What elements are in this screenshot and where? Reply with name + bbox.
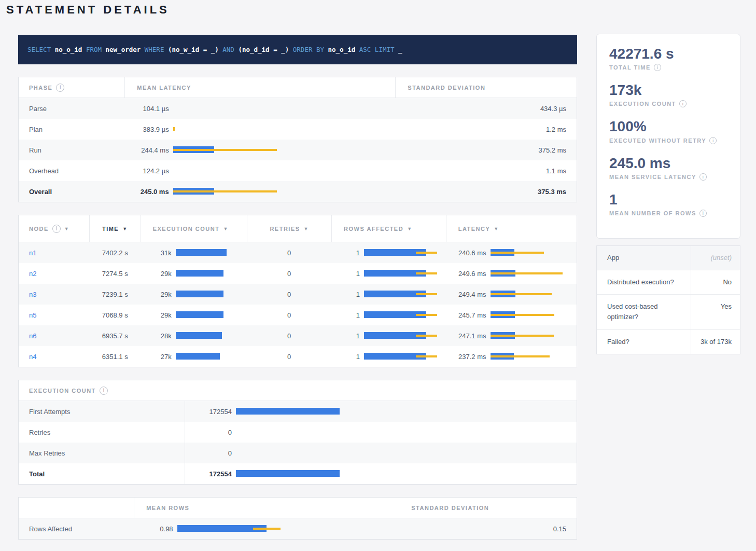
main-column: SELECT no_o_id FROM new_order WHERE (no_… xyxy=(18,35,577,540)
latency-bar xyxy=(364,311,446,319)
execution-count-column-header[interactable]: EXECUTION COUNT ▼ xyxy=(141,215,247,242)
page-title: STATEMENT DETAILS xyxy=(6,3,170,17)
time-column-header[interactable]: TIME ▼ xyxy=(90,215,140,242)
table-row: Rows Affected0.980.15 xyxy=(19,518,577,539)
info-icon[interactable]: i xyxy=(100,387,108,395)
latency-bar xyxy=(491,332,577,339)
node-link[interactable]: n5 xyxy=(29,311,36,319)
mean-latency-cell: 124.2 µs xyxy=(125,160,396,181)
summary-stats-card: 42271.6 sTOTAL TIMEi173kEXECUTION COUNTi… xyxy=(596,34,740,239)
mean-rows-column-header: MEAN ROWS xyxy=(134,498,399,518)
phase-latency-table: PHASE i MEAN LATENCY STANDARD DEVIATION … xyxy=(18,77,577,202)
mean-latency-cell: 244.4 ms xyxy=(125,140,396,160)
app-panel-row: App(unset) xyxy=(597,246,740,270)
sort-arrow-icon[interactable]: ▼ xyxy=(494,226,499,231)
phase-cell: Overall xyxy=(19,181,125,202)
sort-arrow-icon[interactable]: ▼ xyxy=(223,226,228,231)
bar-stddev-whisker xyxy=(491,335,554,337)
rows-affected-column-header[interactable]: ROWS AFFECTED ▼ xyxy=(332,215,446,242)
latency-bar xyxy=(364,249,446,256)
bar-stddev-tick xyxy=(173,127,175,131)
retries-value: 0 xyxy=(287,311,291,319)
summary-stat: 173kEXECUTION COUNTi xyxy=(609,82,727,107)
node-header-label: NODE xyxy=(29,226,49,232)
execution-label: Max Retries xyxy=(29,449,65,457)
execution-label-cell: Total xyxy=(19,463,185,484)
rows-affected-value: 1 xyxy=(331,332,360,340)
phase-table-header: PHASE i MEAN LATENCY STANDARD DEVIATION xyxy=(19,77,577,98)
bar-mean xyxy=(176,353,220,360)
table-row: Run244.4 ms375.2 ms xyxy=(19,140,577,160)
node-statistics-table: NODE i ▼ TIME ▼ EXECUTION COUNT ▼ RETRIE… xyxy=(18,215,577,367)
execution-count-value: 28k xyxy=(141,332,172,340)
table-row: n17402.2 s31k01240.6 ms xyxy=(19,242,577,263)
bar-mean xyxy=(176,311,223,318)
execution-count-value: 29k xyxy=(141,311,172,319)
latency-column-header[interactable]: LATENCY ▼ xyxy=(446,215,577,242)
sql-identifier: (no_d_id = _) xyxy=(238,46,289,53)
retries-header-label: RETRIES xyxy=(270,226,300,232)
node-link[interactable]: n4 xyxy=(29,353,36,361)
execution-count-title: EXECUTION COUNT i xyxy=(19,380,108,401)
sort-arrow-icon[interactable]: ▼ xyxy=(407,226,412,231)
latency-bar xyxy=(176,311,247,319)
info-icon[interactable]: i xyxy=(654,64,661,71)
latency-bar xyxy=(176,249,247,256)
std-dev-cell: 375.2 ms xyxy=(396,140,577,160)
info-icon[interactable]: i xyxy=(699,210,707,217)
std-dev-value: 434.3 µs xyxy=(540,105,577,113)
info-icon[interactable]: i xyxy=(56,84,64,92)
rows-affected-value: 1 xyxy=(331,270,360,278)
mean-latency-value: 244.4 ms xyxy=(125,146,169,154)
latency-value: 249.4 ms xyxy=(446,291,486,298)
retries-cell: 0 xyxy=(247,346,331,367)
node-link[interactable]: n6 xyxy=(29,332,36,340)
rows-affected-label: Rows Affected xyxy=(29,525,72,533)
app-details-panel: App(unset)Distributed execution?NoUsed c… xyxy=(596,245,740,354)
std-dev-cell: 375.3 ms xyxy=(396,181,577,202)
latency-bar xyxy=(177,525,399,532)
latency-bar xyxy=(173,105,396,112)
execution-count-cell: 29k xyxy=(141,263,247,284)
time-value: 7239.1 s xyxy=(102,291,128,298)
app-row-value: (unset) xyxy=(691,246,740,270)
execution-value: 172554 xyxy=(185,470,232,478)
time-cell: 7402.2 s xyxy=(90,242,141,263)
std-dev-value: 0.15 xyxy=(553,525,577,533)
rows-affected-value: 1 xyxy=(331,291,360,298)
stat-label-text: TOTAL TIME xyxy=(609,64,651,71)
mean-latency-value: 124.2 µs xyxy=(125,167,169,175)
latency-bar xyxy=(364,291,446,298)
rows-affected-label-cell: Rows Affected xyxy=(19,518,134,539)
node-cell: n2 xyxy=(19,263,90,284)
latency-cell: 249.6 ms xyxy=(446,263,577,284)
node-cell: n3 xyxy=(19,284,90,305)
info-icon[interactable]: i xyxy=(709,137,717,144)
node-column-header[interactable]: NODE i ▼ xyxy=(19,215,89,242)
latency-bar xyxy=(364,270,446,277)
table-row: n37239.1 s29k01249.4 ms xyxy=(19,284,577,305)
retries-column-header[interactable]: RETRIES ▼ xyxy=(247,215,331,242)
info-icon[interactable]: i xyxy=(679,100,687,107)
retries-value: 0 xyxy=(287,249,291,257)
node-link[interactable]: n3 xyxy=(29,291,36,298)
time-header-label: TIME xyxy=(102,226,119,232)
bar-mean xyxy=(176,249,227,256)
table-row: Total172554 xyxy=(19,463,577,484)
latency-value: 247.1 ms xyxy=(446,332,486,340)
execution-value-cell: 172554 xyxy=(185,401,577,422)
statement-details-page: STATEMENT DETAILS SELECT no_o_id FROM ne… xyxy=(0,0,756,551)
execution-value-cell: 0 xyxy=(185,422,577,443)
rows-affected-cell: 1 xyxy=(331,242,446,263)
bar-stddev-whisker xyxy=(173,149,277,151)
info-icon[interactable]: i xyxy=(699,173,707,181)
node-link[interactable]: n1 xyxy=(29,249,36,257)
sort-arrow-icon[interactable]: ▼ xyxy=(64,226,69,231)
sort-arrow-icon[interactable]: ▼ xyxy=(122,226,128,231)
sql-keyword: FROM xyxy=(82,46,105,53)
retries-cell: 0 xyxy=(247,263,331,284)
sort-arrow-icon[interactable]: ▼ xyxy=(304,226,309,231)
bar-mean xyxy=(176,291,223,297)
info-icon[interactable]: i xyxy=(52,225,61,233)
node-link[interactable]: n2 xyxy=(29,270,36,278)
